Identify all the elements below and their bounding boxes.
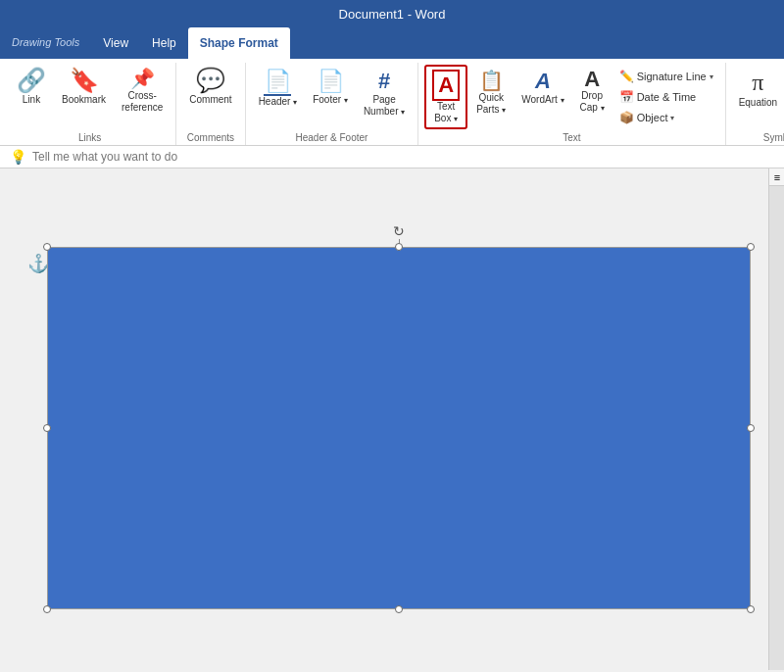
ribbon: 🔗 Link 🔖 Bookmark 📌 Cross-reference Link… xyxy=(0,59,784,146)
anchor-icon: ⚓ xyxy=(27,253,49,274)
text-box-button[interactable]: A TextBox ▾ xyxy=(424,65,467,129)
page-number-label: PageNumber ▾ xyxy=(364,94,405,118)
object-caret: ▾ xyxy=(670,114,674,122)
comment-button[interactable]: 💬 Comment xyxy=(182,65,238,110)
drop-cap-label: DropCap ▾ xyxy=(580,90,605,114)
equation-button[interactable]: π Equation xyxy=(732,65,784,113)
blue-shape[interactable] xyxy=(47,247,751,609)
signature-line-caret: ▾ xyxy=(710,72,713,81)
links-group-label: Links xyxy=(10,129,170,145)
text-box-icon: A xyxy=(432,70,460,101)
handle-bottom-left[interactable] xyxy=(43,605,51,613)
group-header-footer: 📄 Header ▾ 📄 Footer ▾ # PageNumber ▾ Hea… xyxy=(246,63,419,145)
title-text: Document1 - Word xyxy=(339,7,446,22)
text-buttons: A TextBox ▾ 📋 QuickParts ▾ A WordArt ▾ A… xyxy=(424,65,718,129)
bookmark-button[interactable]: 🔖 Bookmark xyxy=(55,65,113,110)
footer-button[interactable]: 📄 Footer ▾ xyxy=(306,65,355,110)
drop-cap-button[interactable]: A DropCap ▾ xyxy=(573,65,612,118)
signature-line-button[interactable]: ✏️ Signature Line ▾ xyxy=(613,67,719,86)
date-time-label: Date & Time xyxy=(637,91,697,103)
comments-group-label: Comments xyxy=(182,129,238,145)
tab-help[interactable]: Help xyxy=(140,27,188,59)
link-icon: 🔗 xyxy=(17,69,46,92)
comment-label: Comment xyxy=(189,94,231,106)
wordart-icon: A xyxy=(535,69,551,94)
scroll-btn-icon[interactable]: ≡ xyxy=(769,168,784,186)
handle-middle-right[interactable] xyxy=(747,424,755,432)
header-footer-buttons: 📄 Header ▾ 📄 Footer ▾ # PageNumber ▾ xyxy=(252,65,413,129)
tell-me-bar: 💡 xyxy=(0,146,784,168)
quick-parts-icon: 📋 xyxy=(479,69,504,92)
cross-reference-icon: 📌 xyxy=(130,69,155,88)
tab-view[interactable]: View xyxy=(91,27,140,59)
links-buttons: 🔗 Link 🔖 Bookmark 📌 Cross-reference xyxy=(10,65,170,129)
handle-top-right[interactable] xyxy=(747,243,755,251)
link-label: Link xyxy=(23,94,40,106)
comments-buttons: 💬 Comment xyxy=(182,65,238,129)
quick-parts-label: QuickParts ▾ xyxy=(476,92,506,116)
title-bar: Document1 - Word xyxy=(0,0,784,27)
wordart-label: WordArt ▾ xyxy=(521,94,564,106)
handle-bottom-center[interactable] xyxy=(395,605,403,613)
header-icon: 📄 xyxy=(264,69,291,96)
object-label: Object xyxy=(637,112,668,123)
quick-parts-button[interactable]: 📋 QuickParts ▾ xyxy=(469,65,513,120)
date-time-icon: 📅 xyxy=(619,90,634,104)
object-button[interactable]: 📦 Object ▾ xyxy=(613,108,719,127)
header-footer-group-label: Header & Footer xyxy=(252,129,413,145)
text-box-label: TextBox ▾ xyxy=(434,101,458,124)
rotation-handle-icon[interactable]: ↻ xyxy=(393,223,405,239)
lightbulb-icon: 💡 xyxy=(10,149,26,165)
document-area: ⚓ ↻ ≡ xyxy=(0,168,784,670)
object-icon: 📦 xyxy=(619,111,634,124)
header-label: Header ▾ xyxy=(259,96,298,108)
header-button[interactable]: 📄 Header ▾ xyxy=(252,65,305,112)
page-number-button[interactable]: # PageNumber ▾ xyxy=(357,65,412,121)
cross-reference-button[interactable]: 📌 Cross-reference xyxy=(115,65,170,118)
drop-cap-icon: A xyxy=(584,69,600,90)
tell-me-input[interactable] xyxy=(32,150,326,164)
ribbon-tabs: Drawing Tools View Help Shape Format xyxy=(0,27,784,59)
bookmark-label: Bookmark xyxy=(62,94,106,106)
signature-line-icon: ✏️ xyxy=(619,70,634,83)
scrollbar-right[interactable]: ≡ xyxy=(768,168,784,670)
comment-icon: 💬 xyxy=(196,69,225,92)
footer-label: Footer ▾ xyxy=(313,94,348,106)
text-group-label: Text xyxy=(424,129,718,145)
cross-reference-label: Cross-reference xyxy=(122,90,163,114)
footer-icon: 📄 xyxy=(318,69,344,94)
date-time-button[interactable]: 📅 Date & Time xyxy=(613,87,719,107)
symbols-buttons: π Equation Ω Symbol xyxy=(732,65,784,129)
drawing-tools-label: Drawing Tools xyxy=(0,27,91,59)
page-number-icon: # xyxy=(378,69,390,94)
wordart-button[interactable]: A WordArt ▾ xyxy=(514,65,570,110)
signature-line-label: Signature Line xyxy=(637,71,707,82)
shape-container: ↻ xyxy=(47,247,751,609)
equation-label: Equation xyxy=(739,97,777,109)
link-button[interactable]: 🔗 Link xyxy=(10,65,53,110)
group-comments: 💬 Comment Comments xyxy=(176,63,245,145)
bookmark-icon: 🔖 xyxy=(70,69,99,92)
text-small-buttons: ✏️ Signature Line ▾ 📅 Date & Time 📦 Obje… xyxy=(613,65,719,127)
tab-shape-format[interactable]: Shape Format xyxy=(188,27,290,59)
symbols-group-label: Symbols xyxy=(732,129,784,145)
group-text: A TextBox ▾ 📋 QuickParts ▾ A WordArt ▾ A… xyxy=(418,63,725,145)
group-symbols: π Equation Ω Symbol Symbols xyxy=(726,63,784,145)
equation-icon: π xyxy=(752,69,763,97)
handle-bottom-right[interactable] xyxy=(747,605,755,613)
group-links: 🔗 Link 🔖 Bookmark 📌 Cross-reference Link… xyxy=(4,63,176,145)
